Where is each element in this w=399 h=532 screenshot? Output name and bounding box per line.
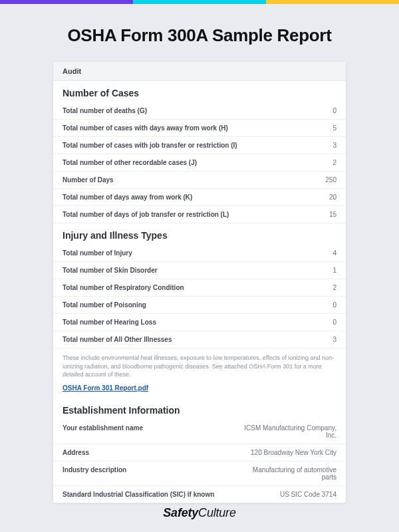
table-row: Total number of cases with job transfer …: [53, 137, 346, 154]
row-value: US SIC Code 3714: [280, 491, 336, 498]
row-value: 0: [332, 319, 336, 326]
table-row: Standard Industrial Classification (SIC)…: [53, 486, 346, 503]
row-label: Industry description: [63, 466, 230, 473]
row-label: Address: [63, 449, 244, 456]
table-row: Total number of deaths (G) 0: [53, 102, 346, 120]
row-value: 3: [332, 336, 336, 343]
row-value: 0: [332, 107, 336, 114]
audit-header: Audit: [53, 62, 346, 81]
row-label: Total number of All Other Illnesses: [63, 336, 326, 343]
row-label: Total number of cases with days away fro…: [63, 124, 326, 132]
row-value: 5: [332, 124, 336, 132]
table-row: Total number of Skin Disorder 1: [53, 262, 346, 279]
table-row: Total number of Injury 4: [53, 245, 346, 262]
table-row: Total number of other recordable cases (…: [53, 154, 346, 172]
row-value: 15: [329, 211, 336, 218]
table-row: Total number of cases with days away fro…: [53, 120, 346, 137]
row-value: ICSM Manufacturing Company, Inc.: [237, 424, 336, 439]
table-row: Address 120 Broadway New York City: [53, 444, 346, 462]
row-label: Total number of deaths (G): [63, 107, 326, 114]
row-label: Total number of Injury: [63, 249, 326, 257]
table-row: Total number of All Other Illnesses 3: [53, 331, 346, 348]
brand-logo: SafetyCulture: [0, 506, 399, 520]
row-label: Total number of Respiratory Condition: [63, 284, 326, 291]
table-row: Total number of days of job transfer or …: [53, 206, 346, 223]
table-row: Total number of Poisoning 0: [53, 297, 346, 314]
row-label: Standard Industrial Classification (SIC)…: [63, 491, 273, 498]
page-title: OSHA Form 300A Sample Report: [0, 25, 399, 46]
table-row: Total number of Respiratory Condition 2: [53, 279, 346, 297]
row-value: 4: [332, 249, 336, 257]
table-row: Industry description Manufacturing of au…: [53, 462, 346, 486]
table-row: Total number of days away from work (K) …: [53, 189, 346, 206]
row-label: Total number of cases with job transfer …: [63, 142, 326, 149]
row-value: Manufacturing of automotive parts: [237, 466, 336, 481]
section-heading-cases: Number of Cases: [53, 81, 346, 102]
row-value: 20: [329, 194, 336, 201]
row-label: Total number of Hearing Loss: [63, 319, 326, 326]
row-label: Total number of days away from work (K): [63, 194, 323, 201]
brand-stripe: [0, 0, 399, 4]
row-label: Your establishment name: [63, 424, 230, 432]
attachment-link[interactable]: OSHA Form 301 Report.pdf: [53, 382, 346, 398]
stripe-purple: [0, 0, 133, 4]
table-row: Number of Days 250: [53, 172, 346, 189]
row-label: Total number of other recordable cases (…: [63, 159, 326, 166]
row-value: 2: [332, 159, 336, 166]
row-value: 3: [332, 142, 336, 149]
stripe-cyan: [133, 0, 266, 4]
section-heading-illness: Injury and Illness Types: [53, 223, 346, 245]
report-card: Audit Number of Cases Total number of de…: [53, 62, 346, 503]
row-label: Total number of days of job transfer or …: [63, 211, 323, 218]
row-value: 2: [332, 284, 336, 291]
stripe-yellow: [266, 0, 399, 4]
row-value: 120 Broadway New York City: [251, 449, 336, 456]
brand-bold: Safety: [163, 506, 198, 519]
row-value: 250: [325, 176, 336, 184]
table-row: Total number of Hearing Loss 0: [53, 314, 346, 331]
brand-light: Culture: [198, 506, 236, 519]
section-heading-establishment: Establishment Information: [53, 398, 346, 420]
illness-note: These include environmental heat illness…: [53, 348, 346, 382]
row-value: 1: [332, 267, 336, 274]
row-label: Number of Days: [63, 176, 319, 184]
row-label: Total number of Poisoning: [63, 301, 326, 309]
row-value: 0: [332, 301, 336, 309]
row-label: Total number of Skin Disorder: [63, 267, 326, 274]
table-row: Your establishment name ICSM Manufacturi…: [53, 420, 346, 444]
